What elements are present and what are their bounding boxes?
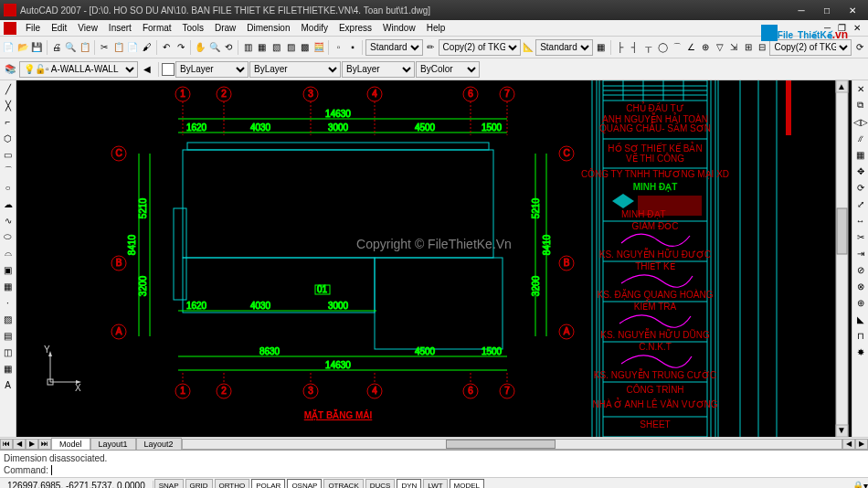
dim5-icon[interactable]: ⌒ (671, 39, 684, 56)
hscroll-right-button[interactable]: ▶ (855, 439, 868, 450)
table-icon[interactable]: ▦ (0, 360, 16, 377)
layer-combo[interactable]: 💡🔓▫ A-WALLA-WALL (19, 61, 138, 78)
tool-palette-icon[interactable]: ▧ (270, 39, 283, 56)
point-icon[interactable]: · (0, 294, 16, 311)
toggle-ducs[interactable]: DUCS (365, 479, 396, 488)
designcenter-icon[interactable]: ▦ (256, 39, 270, 56)
tab-next-button[interactable]: ▶ (26, 439, 38, 450)
join-icon[interactable]: ⊕ (852, 294, 868, 311)
menu-edit[interactable]: Edit (46, 21, 72, 35)
style2-select[interactable]: Copy(2) of TKG (439, 39, 521, 56)
undo-icon[interactable]: ↶ (160, 39, 174, 56)
minimize-button[interactable]: ─ (789, 3, 813, 17)
dim7-icon[interactable]: ⊕ (699, 39, 713, 56)
paste-icon[interactable]: 📄 (126, 39, 140, 56)
color-swatch[interactable] (162, 63, 175, 76)
array-icon[interactable]: ▦ (852, 146, 868, 163)
toggle-grid[interactable]: GRID (185, 479, 213, 488)
stretch-icon[interactable]: ↔ (852, 212, 868, 228)
tab-model[interactable]: Model (51, 438, 90, 450)
tab-prev-button[interactable]: ◀ (13, 439, 26, 450)
pan-icon[interactable]: ✋ (194, 39, 207, 56)
trim-icon[interactable]: ✂ (852, 228, 868, 245)
dim6-icon[interactable]: ∠ (684, 39, 698, 56)
menu-file[interactable]: File (20, 21, 46, 35)
print-icon[interactable]: 🖨 (49, 39, 63, 56)
gradient-icon[interactable]: ▤ (0, 327, 16, 344)
tab-last-button[interactable]: ⏭ (38, 439, 51, 450)
dim2-icon[interactable]: ┤ (628, 39, 641, 56)
menu-modify[interactable]: Modify (296, 21, 333, 35)
style3-select[interactable]: Standard (535, 39, 593, 56)
mirror-icon[interactable]: ◁▷ (852, 113, 868, 130)
match-icon[interactable]: 🖌 (140, 39, 153, 56)
spline-icon[interactable]: ∿ (0, 212, 16, 228)
close-button[interactable]: ✕ (841, 3, 864, 17)
menu-window[interactable]: Window (377, 21, 421, 35)
style1-btn-icon[interactable]: ✏ (424, 39, 438, 56)
menu-view[interactable]: View (72, 21, 103, 35)
status-tray-icon[interactable]: 🔒 (852, 481, 863, 488)
dim10-icon[interactable]: ⊞ (741, 39, 755, 56)
menu-format[interactable]: Format (137, 21, 177, 35)
ellipse-icon[interactable]: ⬭ (0, 228, 16, 245)
drawing-canvas[interactable]: Y X 01 14630 (16, 80, 852, 437)
redo-icon[interactable]: ↷ (174, 39, 187, 56)
preview-icon[interactable]: 🔍 (64, 39, 78, 56)
toggle-ortho[interactable]: ORTHO (215, 479, 250, 488)
toggle-dyn[interactable]: DYN (397, 479, 421, 488)
toggle-lwt[interactable]: LWT (423, 479, 447, 488)
block-icon[interactable]: ▫ (332, 39, 345, 56)
tab-first-button[interactable]: ⏮ (0, 439, 13, 450)
hatch-icon[interactable]: ▨ (0, 311, 16, 327)
move-icon[interactable]: ✥ (852, 163, 868, 179)
open-icon[interactable]: 📂 (16, 39, 30, 56)
mtext-icon[interactable]: A (0, 377, 16, 393)
save-icon[interactable]: 💾 (30, 39, 44, 56)
copy2-icon[interactable]: ⧉ (852, 97, 868, 113)
sheet-set-icon[interactable]: ▨ (284, 39, 298, 56)
menu-insert[interactable]: Insert (103, 21, 137, 35)
tab-layout2[interactable]: Layout2 (136, 438, 182, 450)
cut-icon[interactable]: ✂ (98, 39, 111, 56)
revcloud-icon[interactable]: ☁ (0, 196, 16, 212)
toggle-polar[interactable]: POLAR (251, 479, 285, 488)
break2-icon[interactable]: ⊗ (852, 278, 868, 294)
toggle-otrack[interactable]: OTRACK (323, 479, 363, 488)
menu-tools[interactable]: Tools (177, 21, 209, 35)
break-icon[interactable]: ⊘ (852, 261, 868, 278)
copy-icon[interactable]: 📋 (111, 39, 125, 56)
color-select[interactable]: ByLayer (175, 61, 249, 78)
lineweight-select[interactable]: ByLayer (342, 61, 415, 78)
markup-icon[interactable]: ▩ (298, 39, 312, 56)
properties-icon[interactable]: ▥ (241, 39, 255, 56)
xline-icon[interactable]: ╳ (0, 97, 16, 113)
dim1-icon[interactable]: ├ (613, 39, 627, 56)
publish-icon[interactable]: 📋 (79, 39, 92, 56)
doc-close-button[interactable]: ✕ (850, 21, 864, 35)
toggle-model[interactable]: MODEL (450, 479, 484, 488)
dim3-icon[interactable]: ┬ (642, 39, 656, 56)
toggle-osnap[interactable]: OSNAP (287, 479, 322, 488)
command-area[interactable]: Dimension disassociated. Command: (0, 450, 868, 477)
status-annotation-icon[interactable]: ▾ (863, 481, 868, 488)
new-icon[interactable]: 📄 (2, 39, 16, 56)
erase-icon[interactable]: ✕ (852, 80, 868, 97)
linetype-select[interactable]: ByLayer (249, 61, 341, 78)
style2-btn-icon[interactable]: 📐 (522, 39, 535, 56)
dim9-icon[interactable]: ⇲ (727, 39, 741, 56)
polygon-icon[interactable]: ⬡ (0, 130, 16, 146)
menu-draw[interactable]: Draw (209, 21, 241, 35)
menu-express[interactable]: Express (333, 21, 377, 35)
style1-select[interactable]: Standard (365, 39, 423, 56)
offset-icon[interactable]: ⫽ (852, 130, 868, 146)
hscroll-left-button[interactable]: ◀ (842, 439, 855, 450)
zoom-prev-icon[interactable]: ⟲ (222, 39, 236, 56)
scale-icon[interactable]: ⤢ (852, 196, 868, 212)
extend-icon[interactable]: ⇥ (852, 245, 868, 261)
rect-icon[interactable]: ▭ (0, 146, 16, 163)
menu-dimension[interactable]: Dimension (241, 21, 295, 35)
ellipse-arc-icon[interactable]: ⌓ (0, 245, 16, 261)
maximize-button[interactable]: □ (815, 3, 839, 17)
chamfer-icon[interactable]: ◣ (852, 311, 868, 327)
